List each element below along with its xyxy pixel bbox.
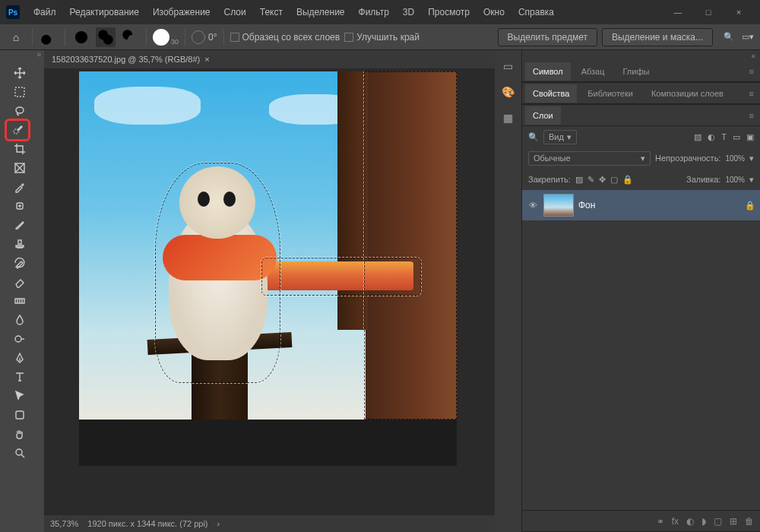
search-icon[interactable]: 🔍 <box>724 32 734 42</box>
path-select-tool[interactable] <box>9 387 30 405</box>
brush-preview[interactable] <box>153 29 169 46</box>
lock-position-icon[interactable]: ✥ <box>599 175 606 185</box>
tab-character[interactable]: Символ <box>525 62 571 81</box>
layer-filter-icon[interactable]: 🔍 <box>528 132 539 142</box>
layer-row[interactable]: 👁 Фон 🔒 <box>522 190 760 220</box>
status-more-icon[interactable]: › <box>217 519 220 528</box>
add-selection[interactable] <box>96 27 116 47</box>
layer-lock-icon[interactable]: 🔒 <box>745 201 755 211</box>
layer-thumbnail[interactable] <box>543 194 574 217</box>
crop-tool[interactable] <box>9 140 30 158</box>
lock-all-icon[interactable]: 🔒 <box>622 175 633 185</box>
opacity-value[interactable]: 100% <box>725 154 745 163</box>
app-logo: Ps <box>6 5 20 19</box>
history-brush-tool[interactable] <box>9 254 30 272</box>
menu-image[interactable]: Изображение <box>147 4 217 21</box>
quick-selection-tool[interactable] <box>5 119 30 141</box>
layer-name[interactable]: Фон <box>578 200 595 211</box>
tab-paragraph[interactable]: Абзац <box>574 62 613 81</box>
subtract-selection[interactable] <box>120 27 140 47</box>
link-layers-icon[interactable]: ⚭ <box>657 516 664 527</box>
menu-text[interactable]: Текст <box>254 4 289 21</box>
frame-tool[interactable] <box>9 159 30 177</box>
filter-adjust-icon[interactable]: ◐ <box>708 132 715 142</box>
panel-menu-icon[interactable]: ≡ <box>746 86 757 101</box>
menu-view[interactable]: Просмотр <box>422 4 476 21</box>
dock-swatches-icon[interactable]: ▦ <box>498 108 518 128</box>
zoom-level[interactable]: 35,73% <box>50 519 78 528</box>
lock-brush-icon[interactable]: ✎ <box>587 175 594 185</box>
select-and-mask-button[interactable]: Выделение и маска... <box>602 28 713 46</box>
adjustment-layer-icon[interactable]: ◗ <box>701 516 706 527</box>
menu-layers[interactable]: Слои <box>218 4 252 21</box>
delete-layer-icon[interactable]: 🗑 <box>745 516 754 527</box>
close-tab-icon[interactable]: × <box>204 55 209 64</box>
tab-properties[interactable]: Свойства <box>525 84 577 103</box>
workspace-switcher[interactable]: ▭▾ <box>742 32 754 42</box>
brush-tool[interactable] <box>9 216 30 234</box>
tab-glyphs[interactable]: Глифы <box>616 62 657 81</box>
panel-menu-icon[interactable]: ≡ <box>746 108 757 123</box>
dock-color-icon[interactable]: 🎨 <box>498 82 518 102</box>
gradient-tool[interactable] <box>9 292 30 310</box>
document-tab[interactable]: 1582033637520.jpg @ 35,7% (RGB/8#) × <box>44 50 495 68</box>
sample-all-layers-checkbox[interactable]: Образец со всех слоев <box>230 32 340 43</box>
lock-artboard-icon[interactable]: ▢ <box>610 175 618 185</box>
new-selection[interactable] <box>71 27 91 47</box>
maximize-button[interactable]: □ <box>693 2 724 23</box>
home-button[interactable]: ⌂ <box>6 27 26 47</box>
move-tool[interactable] <box>9 64 30 82</box>
menu-select[interactable]: Выделение <box>290 4 351 21</box>
filter-smart-icon[interactable]: ▣ <box>746 132 754 142</box>
group-icon[interactable]: ▢ <box>714 516 722 527</box>
tab-layers[interactable]: Слои <box>525 106 561 125</box>
hand-tool[interactable] <box>9 425 30 443</box>
zoom-tool[interactable] <box>9 444 30 462</box>
eyedropper-tool[interactable] <box>9 178 30 196</box>
type-tool[interactable] <box>9 368 30 386</box>
tab-libraries[interactable]: Библиотеки <box>580 84 641 103</box>
fill-value[interactable]: 100% <box>725 176 745 184</box>
pen-tool[interactable] <box>9 349 30 367</box>
dodge-tool[interactable] <box>9 330 30 348</box>
layer-filter-kind[interactable]: Вид▾ <box>543 130 577 144</box>
marquee-tool[interactable] <box>9 83 30 101</box>
svg-point-3 <box>103 34 113 44</box>
minimize-button[interactable]: — <box>663 2 693 23</box>
canvas-area[interactable] <box>44 68 495 515</box>
doc-dimensions: 1920 пикс. x 1344 пикс. (72 ppi) <box>87 519 207 528</box>
blend-mode-select[interactable]: Обычные▾ <box>528 151 651 166</box>
menu-edit[interactable]: Редактирование <box>64 4 145 21</box>
filter-pixel-icon[interactable]: ▧ <box>694 132 701 142</box>
menu-3d[interactable]: 3D <box>397 4 420 21</box>
new-layer-icon[interactable]: ⊞ <box>730 516 737 527</box>
lasso-tool[interactable] <box>9 102 30 120</box>
tool-preset[interactable] <box>39 27 59 47</box>
layer-mask-icon[interactable]: ◐ <box>686 516 694 527</box>
layer-visibility-icon[interactable]: 👁 <box>527 201 539 210</box>
healing-tool[interactable] <box>9 197 30 215</box>
menu-window[interactable]: Окно <box>477 4 511 21</box>
toolbox <box>0 62 44 464</box>
panel-collapse[interactable]: « <box>522 50 760 61</box>
angle-dial-icon <box>192 30 205 44</box>
layer-fx-icon[interactable]: fx <box>672 516 679 527</box>
menu-file[interactable]: Файл <box>27 4 62 21</box>
panel-menu-icon[interactable]: ≡ <box>746 64 757 79</box>
stamp-tool[interactable] <box>9 235 30 253</box>
blur-tool[interactable] <box>9 311 30 329</box>
close-button[interactable]: × <box>724 2 754 23</box>
shape-tool[interactable] <box>9 406 30 424</box>
select-subject-button[interactable]: Выделить предмет <box>498 28 597 46</box>
refine-edge-checkbox[interactable]: Улучшить край <box>344 32 420 43</box>
tab-layer-comps[interactable]: Композиции слоев <box>644 84 731 103</box>
eraser-tool[interactable] <box>9 273 30 291</box>
dock-icon-1[interactable]: ▭ <box>498 56 518 76</box>
menu-filter[interactable]: Фильтр <box>353 4 395 21</box>
toolbox-collapse[interactable]: » <box>0 50 44 62</box>
filter-text-icon[interactable]: T <box>721 132 727 142</box>
menu-help[interactable]: Справка <box>512 4 560 21</box>
filter-shape-icon[interactable]: ▭ <box>733 132 740 142</box>
brush-angle[interactable]: 0° <box>192 30 217 44</box>
lock-pixels-icon[interactable]: ▨ <box>575 175 583 185</box>
